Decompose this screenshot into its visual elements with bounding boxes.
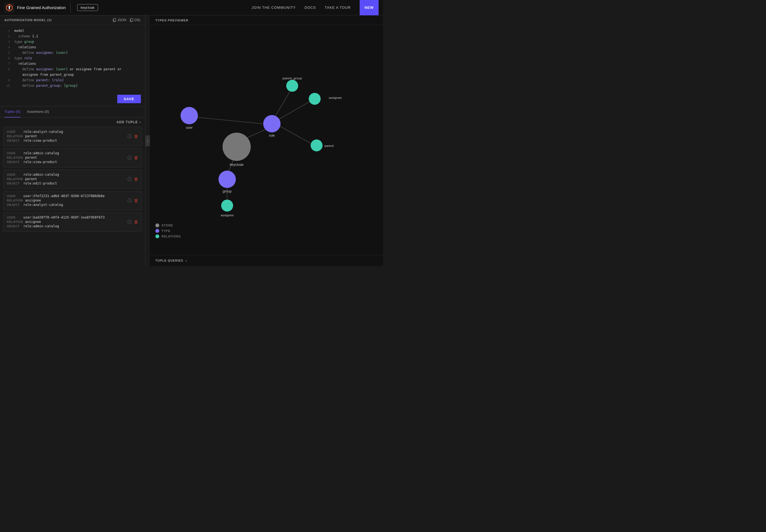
format-buttons: JSON DSL: [113, 18, 141, 22]
legend-store: STORE: [155, 223, 181, 227]
tuple-card: USER user:bad28ff0-e9f4-4125-950f-1ea8f9…: [3, 212, 142, 232]
code-line-8b: assignee from parent_group: [0, 72, 145, 78]
tuple-row-object: OBJECT role:view-product: [7, 160, 127, 164]
add-tuple-label: ADD TUPLE: [116, 120, 138, 124]
svg-point-13: [223, 133, 251, 161]
tuple-delete-button[interactable]: 🗑: [134, 198, 138, 203]
svg-point-19: [219, 171, 236, 188]
tuple-actions: ⓘ 🗑: [127, 155, 138, 161]
tuple-fields: USER user:3fef2231-ad6d-483f-9260-671370…: [7, 194, 127, 207]
nav-community[interactable]: JOIN THE COMMUNITY: [252, 5, 296, 10]
code-line-1: 1 model: [0, 28, 145, 34]
tuples-section: Tuples (5) Assertions (0) ADD TUPLE › US…: [0, 106, 145, 266]
tuple-actions: ⓘ 🗑: [127, 219, 138, 225]
tuple-row-object: OBJECT role:admin-catalog: [7, 224, 127, 228]
tuple-row-object: OBJECT role:view-product: [7, 139, 127, 142]
right-section-header: TYPES PREVIEWER: [150, 15, 383, 25]
tuple-fields: USER user:bad28ff0-e9f4-4125-950f-1ea8f9…: [7, 215, 127, 229]
code-editor[interactable]: 1 model 2 schema 1.1 3 type group 4 rela…: [0, 25, 145, 92]
tuple-queries-bar[interactable]: TUPLE QUERIES ›: [150, 255, 383, 266]
tuple-row-user: USER user:3fef2231-ad6d-483f-9260-671370…: [7, 194, 127, 198]
svg-text:group: group: [223, 189, 232, 193]
add-tuple-button[interactable]: ADD TUPLE ›: [116, 120, 141, 124]
svg-text:user: user: [186, 125, 193, 130]
save-row: SAVE: [0, 92, 145, 106]
legend-relations-dot: [155, 234, 159, 238]
store-badge-btn[interactable]: keycloak: [77, 4, 98, 11]
new-button[interactable]: NEW: [360, 0, 379, 15]
tuple-actions: ⓘ 🗑: [127, 134, 138, 139]
copy-dsl-icon: [130, 18, 133, 22]
auth0-logo-icon: [4, 3, 14, 13]
svg-point-23: [309, 93, 321, 105]
tuple-info-button[interactable]: ⓘ: [127, 177, 132, 182]
tuple-card: USER role:admin-catalog RELATION parent …: [3, 148, 142, 167]
header: Fine Grained Authorization keycloak JOIN…: [0, 0, 383, 15]
code-line-3: 3 type group: [0, 39, 145, 45]
svg-text:role: role: [269, 133, 275, 138]
format-json-btn[interactable]: JSON: [113, 18, 126, 22]
save-button[interactable]: SAVE: [117, 95, 141, 103]
tuple-row-user: USER role:analyst-catalog: [7, 130, 127, 134]
tuple-info-button[interactable]: ⓘ: [127, 198, 132, 204]
add-tuple-chevron-icon: ›: [139, 120, 141, 124]
nav-docs[interactable]: DOCS: [304, 5, 316, 10]
nav-links: JOIN THE COMMUNITY DOCS TAKE A TOUR: [252, 5, 351, 10]
svg-rect-2: [114, 18, 116, 21]
tuple-fields: USER role:admin-catalog RELATION parent …: [7, 151, 127, 164]
svg-point-27: [221, 200, 233, 211]
tuple-info-button[interactable]: ⓘ: [127, 134, 132, 139]
format-json-label: JSON: [118, 18, 126, 22]
main-layout: AUTHORIZATION MODEL (3) JSON: [0, 15, 383, 266]
code-line-7: 7 relations: [0, 61, 145, 67]
editor-header: AUTHORIZATION MODEL (3) JSON: [0, 15, 145, 25]
svg-text:parent_group: parent_group: [283, 76, 302, 80]
panel-collapse-handle[interactable]: ‹: [146, 135, 150, 146]
tuple-delete-button[interactable]: 🗑: [134, 155, 138, 160]
add-tuple-row: ADD TUPLE ›: [0, 117, 145, 127]
code-line-10: 10 define parent_group: [group]: [0, 83, 145, 89]
tuple-delete-button[interactable]: 🗑: [134, 134, 138, 139]
tuple-row-relation: RELATION assignee: [7, 220, 127, 224]
tuples-list: USER role:analyst-catalog RELATION paren…: [0, 127, 145, 266]
tuple-delete-button[interactable]: 🗑: [134, 220, 138, 225]
tuple-fields: USER role:admin-catalog RELATION parent …: [7, 173, 127, 186]
app-title: Fine Grained Authorization: [17, 5, 66, 10]
graph-svg: keycloak user role group parent_group as…: [150, 25, 383, 255]
format-dsl-btn[interactable]: DSL: [130, 18, 141, 22]
tuple-info-button[interactable]: ⓘ: [127, 219, 132, 225]
svg-rect-5: [150, 53, 383, 227]
tab-tuples[interactable]: Tuples (5): [4, 106, 20, 117]
legend-type-dot: [155, 229, 159, 233]
nav-tour[interactable]: TAKE A TOUR: [325, 5, 351, 10]
tuple-row-user: USER user:bad28ff0-e9f4-4125-950f-1ea8f9…: [7, 215, 127, 219]
svg-point-17: [263, 115, 281, 132]
copy-json-icon: [113, 18, 116, 22]
graph-area: keycloak user role group parent_group as…: [150, 25, 383, 255]
svg-point-15: [181, 107, 198, 124]
tuple-card: USER user:3fef2231-ad6d-483f-9260-671370…: [3, 191, 142, 210]
format-dsl-label: DSL: [135, 18, 141, 22]
tabs-row: Tuples (5) Assertions (0): [0, 106, 145, 117]
tuple-row-user: USER role:admin-catalog: [7, 173, 127, 177]
legend-type-label: TYPE: [161, 229, 170, 233]
right-panel: TYPES PREVIEWER: [150, 15, 383, 266]
svg-text:assignee: assignee: [221, 213, 234, 217]
tuple-fields: USER role:analyst-catalog RELATION paren…: [7, 130, 127, 143]
tuple-info-button[interactable]: ⓘ: [127, 155, 132, 161]
editor-section-title: AUTHORIZATION MODEL (3): [4, 18, 52, 22]
tuple-row-relation: RELATION parent: [7, 134, 127, 138]
code-line-6: 6 type role: [0, 56, 145, 61]
legend-relations-label: RELATIONS: [161, 235, 181, 238]
tuple-row-relation: RELATION parent: [7, 156, 127, 159]
tab-assertions[interactable]: Assertions (0): [27, 106, 49, 117]
tuple-delete-button[interactable]: 🗑: [134, 177, 138, 182]
svg-point-21: [286, 80, 298, 92]
svg-rect-4: [131, 18, 133, 21]
svg-point-25: [311, 139, 322, 151]
legend-type: TYPE: [155, 229, 181, 233]
collapse-icon: ‹: [147, 139, 148, 143]
graph-legend: STORE TYPE RELATIONS: [155, 223, 181, 238]
tuple-actions: ⓘ 🗑: [127, 177, 138, 182]
tuple-row-relation: RELATION assignee: [7, 198, 127, 202]
